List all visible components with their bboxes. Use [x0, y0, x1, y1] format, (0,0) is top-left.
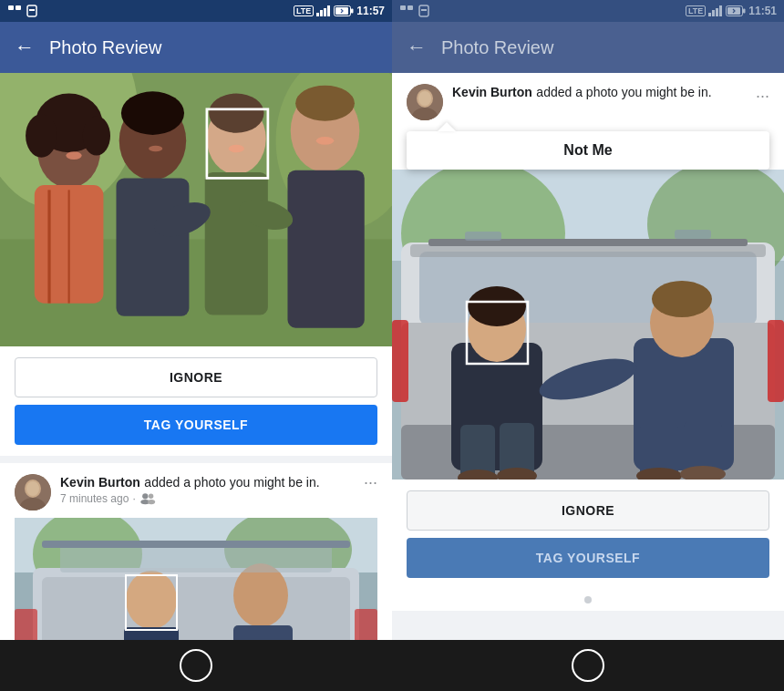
svg-rect-59 [15, 609, 37, 640]
left-status-icons-left [7, 4, 38, 18]
right-content: Kevin Burton added a photo you might be … [392, 73, 784, 640]
right-battery-icon [726, 5, 746, 16]
left-page-title: Photo Review [49, 37, 161, 58]
right-avatar-svg [407, 84, 443, 120]
svg-rect-71 [743, 9, 746, 14]
right-post-header: Kevin Burton added a photo you might be … [392, 73, 784, 120]
svg-point-52 [126, 571, 177, 629]
svg-point-45 [148, 500, 155, 504]
right-signal-icon [708, 5, 723, 16]
right-lte-badge: LTE [686, 5, 706, 17]
svg-point-55 [233, 563, 288, 627]
svg-rect-3 [29, 9, 35, 11]
svg-rect-5 [320, 10, 323, 16]
left-content: IGNORE TAG YOURSELF Kevin Bur [0, 73, 392, 640]
svg-rect-57 [60, 545, 332, 572]
lte-badge: LTE [294, 5, 314, 17]
svg-rect-51 [42, 577, 350, 640]
right-phone: LTE 11:51 ← Photo Review [392, 0, 784, 691]
svg-point-36 [229, 145, 244, 153]
right-ignore-button[interactable]: IGNORE [407, 490, 769, 531]
not-me-popup-container: Not Me [392, 122, 784, 170]
left-ignore-button[interactable]: IGNORE [15, 357, 377, 397]
right-post-more[interactable]: ... [756, 84, 769, 100]
left-separator: · [132, 492, 135, 505]
svg-rect-27 [205, 172, 268, 315]
right-action-buttons: IGNORE TAG YOURSELF [392, 480, 784, 589]
svg-point-74 [418, 91, 431, 106]
left-avatar-svg [15, 474, 51, 511]
people-icon [139, 492, 156, 505]
left-time-label: 7 minutes ago [60, 492, 129, 505]
svg-rect-6 [324, 8, 326, 16]
left-back-button[interactable]: ← [15, 37, 35, 57]
svg-rect-56 [233, 625, 293, 640]
right-time: 11:51 [748, 5, 777, 17]
svg-rect-66 [712, 10, 715, 16]
right-bottom-bar [392, 640, 784, 691]
right-post-author: Kevin Burton [452, 85, 532, 99]
svg-rect-24 [116, 178, 189, 315]
svg-rect-64 [421, 9, 427, 11]
right-sim-icon [418, 5, 430, 17]
left-app-bar: ← Photo Review [0, 22, 392, 73]
popup-arrow [438, 122, 456, 131]
svg-point-23 [121, 91, 184, 135]
right-car-photo-svg [392, 170, 784, 480]
svg-rect-70 [727, 7, 740, 15]
svg-point-18 [83, 116, 110, 155]
svg-rect-7 [327, 5, 330, 16]
left-avatar [15, 474, 51, 511]
left-phone: LTE 11:57 ← Photo Review [0, 0, 392, 691]
left-post-header: Kevin Burton added a photo you might be … [15, 474, 377, 511]
left-status-bar: LTE 11:57 [0, 0, 392, 22]
svg-point-30 [295, 86, 355, 121]
svg-point-40 [26, 481, 39, 496]
left-car-photo [15, 518, 377, 640]
left-time: 11:57 [356, 5, 385, 17]
left-post-text: added a photo you might be in. [144, 475, 319, 490]
right-home-button[interactable] [572, 649, 604, 682]
left-bottom-bar [0, 640, 392, 691]
left-photo-card: IGNORE TAG YOURSELF [0, 73, 392, 456]
right-car-photo [392, 170, 784, 480]
svg-rect-62 [407, 5, 413, 10]
not-me-popup[interactable]: Not Me [407, 131, 769, 170]
svg-point-42 [142, 493, 148, 499]
right-app-bar: ← Photo Review [392, 22, 784, 73]
svg-rect-99 [392, 320, 408, 402]
left-post-card: Kevin Burton added a photo you might be … [0, 463, 392, 640]
svg-rect-104 [675, 230, 711, 239]
svg-point-26 [209, 94, 264, 133]
svg-rect-101 [410, 244, 766, 257]
right-back-button[interactable]: ← [407, 37, 427, 57]
left-group-photo [0, 73, 392, 346]
left-action-buttons: IGNORE TAG YOURSELF [0, 346, 392, 456]
svg-rect-100 [768, 320, 784, 402]
svg-rect-67 [716, 8, 718, 16]
group-photo-svg [0, 73, 392, 346]
right-post-text: added a photo you might be in. [536, 85, 711, 99]
right-notification-icon [399, 4, 414, 18]
left-tag-button[interactable]: TAG YOURSELF [15, 405, 377, 445]
svg-point-17 [26, 114, 57, 158]
left-car-photo-svg [15, 518, 377, 640]
svg-point-35 [149, 146, 162, 151]
right-tag-button[interactable]: TAG YOURSELF [407, 538, 769, 578]
svg-rect-65 [708, 13, 711, 16]
signal-icon [316, 5, 331, 16]
right-status-icons-left [399, 4, 430, 18]
left-status-icons-right: LTE 11:57 [294, 5, 385, 17]
not-me-label[interactable]: Not Me [563, 142, 612, 159]
left-home-button[interactable] [180, 649, 212, 682]
left-post-time: 7 minutes ago · [60, 492, 355, 505]
svg-rect-31 [287, 170, 364, 328]
svg-rect-58 [42, 541, 350, 548]
left-post-more[interactable]: ··· [364, 474, 377, 490]
svg-point-86 [468, 286, 526, 326]
svg-point-37 [316, 137, 334, 145]
left-group-scene [0, 73, 392, 346]
svg-point-44 [149, 494, 153, 499]
right-status-bar: LTE 11:51 [392, 0, 784, 22]
svg-rect-61 [400, 5, 406, 10]
